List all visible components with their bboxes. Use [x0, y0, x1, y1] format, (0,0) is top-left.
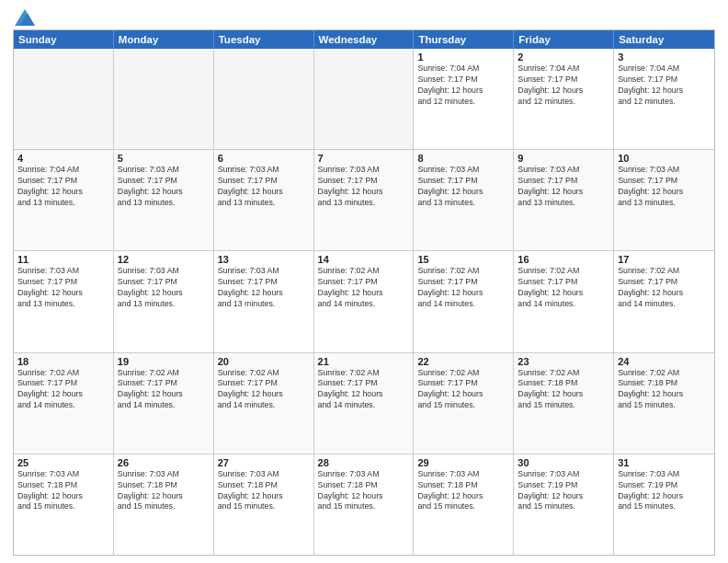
- calendar-cell: 25Sunrise: 7:03 AM Sunset: 7:18 PM Dayli…: [14, 454, 114, 555]
- day-number: 10: [618, 153, 711, 164]
- day-number: 30: [518, 457, 609, 468]
- calendar-cell: [214, 49, 314, 149]
- cell-info: Sunrise: 7:02 AM Sunset: 7:18 PM Dayligh…: [618, 368, 711, 412]
- day-number: 15: [417, 254, 509, 265]
- day-number: 13: [218, 254, 310, 265]
- calendar-header: SundayMondayTuesdayWednesdayThursdayFrid…: [14, 30, 714, 49]
- calendar-cell: 8Sunrise: 7:03 AM Sunset: 7:17 PM Daylig…: [414, 150, 514, 250]
- logo-icon: [15, 9, 35, 26]
- calendar-row-4: 18Sunrise: 7:02 AM Sunset: 7:17 PM Dayli…: [14, 352, 714, 454]
- calendar-cell: 16Sunrise: 7:02 AM Sunset: 7:17 PM Dayli…: [514, 251, 614, 351]
- calendar-cell: 3Sunrise: 7:04 AM Sunset: 7:17 PM Daylig…: [614, 49, 714, 149]
- cell-info: Sunrise: 7:03 AM Sunset: 7:19 PM Dayligh…: [518, 469, 609, 513]
- calendar-cell: 17Sunrise: 7:02 AM Sunset: 7:17 PM Dayli…: [614, 251, 714, 351]
- day-number: 12: [118, 254, 210, 265]
- header-day-friday: Friday: [514, 30, 614, 49]
- calendar-row-5: 25Sunrise: 7:03 AM Sunset: 7:18 PM Dayli…: [14, 454, 714, 555]
- header-day-sunday: Sunday: [14, 30, 114, 49]
- calendar-body: 1Sunrise: 7:04 AM Sunset: 7:17 PM Daylig…: [14, 49, 714, 555]
- calendar-cell: [114, 49, 214, 149]
- day-number: 16: [518, 254, 609, 265]
- cell-info: Sunrise: 7:02 AM Sunset: 7:17 PM Dayligh…: [318, 368, 410, 412]
- calendar-cell: 23Sunrise: 7:02 AM Sunset: 7:18 PM Dayli…: [514, 353, 614, 454]
- header-day-tuesday: Tuesday: [214, 30, 314, 49]
- day-number: 7: [318, 153, 410, 164]
- cell-info: Sunrise: 7:02 AM Sunset: 7:18 PM Dayligh…: [518, 368, 609, 412]
- header: [13, 9, 715, 24]
- calendar-cell: 5Sunrise: 7:03 AM Sunset: 7:17 PM Daylig…: [114, 150, 214, 250]
- calendar-row-3: 11Sunrise: 7:03 AM Sunset: 7:17 PM Dayli…: [14, 250, 714, 351]
- day-number: 27: [218, 457, 310, 468]
- day-number: 11: [17, 254, 109, 265]
- day-number: 5: [118, 153, 210, 164]
- cell-info: Sunrise: 7:03 AM Sunset: 7:18 PM Dayligh…: [17, 469, 109, 513]
- calendar-cell: 2Sunrise: 7:04 AM Sunset: 7:17 PM Daylig…: [514, 49, 614, 149]
- day-number: 25: [17, 457, 109, 468]
- cell-info: Sunrise: 7:03 AM Sunset: 7:18 PM Dayligh…: [218, 469, 310, 513]
- calendar-cell: 29Sunrise: 7:03 AM Sunset: 7:18 PM Dayli…: [414, 454, 514, 555]
- cell-info: Sunrise: 7:04 AM Sunset: 7:17 PM Dayligh…: [518, 63, 609, 108]
- calendar-row-1: 1Sunrise: 7:04 AM Sunset: 7:17 PM Daylig…: [14, 49, 714, 149]
- calendar: SundayMondayTuesdayWednesdayThursdayFrid…: [13, 29, 715, 556]
- cell-info: Sunrise: 7:02 AM Sunset: 7:17 PM Dayligh…: [17, 368, 109, 412]
- day-number: 17: [618, 254, 711, 265]
- day-number: 9: [518, 153, 609, 164]
- cell-info: Sunrise: 7:03 AM Sunset: 7:18 PM Dayligh…: [118, 469, 210, 513]
- calendar-cell: [314, 49, 415, 149]
- day-number: 20: [218, 356, 310, 367]
- cell-info: Sunrise: 7:03 AM Sunset: 7:17 PM Dayligh…: [118, 165, 210, 209]
- cell-info: Sunrise: 7:03 AM Sunset: 7:18 PM Dayligh…: [417, 469, 509, 513]
- calendar-cell: 22Sunrise: 7:02 AM Sunset: 7:17 PM Dayli…: [414, 353, 514, 454]
- cell-info: Sunrise: 7:04 AM Sunset: 7:17 PM Dayligh…: [618, 63, 711, 108]
- cell-info: Sunrise: 7:03 AM Sunset: 7:17 PM Dayligh…: [218, 266, 310, 310]
- calendar-cell: 9Sunrise: 7:03 AM Sunset: 7:17 PM Daylig…: [514, 150, 614, 250]
- cell-info: Sunrise: 7:02 AM Sunset: 7:17 PM Dayligh…: [618, 266, 711, 310]
- calendar-cell: 19Sunrise: 7:02 AM Sunset: 7:17 PM Dayli…: [114, 353, 214, 454]
- page: SundayMondayTuesdayWednesdayThursdayFrid…: [0, 0, 728, 563]
- calendar-cell: 20Sunrise: 7:02 AM Sunset: 7:17 PM Dayli…: [214, 353, 314, 454]
- day-number: 18: [17, 356, 109, 367]
- cell-info: Sunrise: 7:02 AM Sunset: 7:17 PM Dayligh…: [118, 368, 210, 412]
- day-number: 8: [417, 153, 509, 164]
- day-number: 26: [118, 457, 210, 468]
- day-number: 31: [618, 457, 711, 468]
- cell-info: Sunrise: 7:04 AM Sunset: 7:17 PM Dayligh…: [417, 63, 509, 108]
- header-day-monday: Monday: [114, 30, 214, 49]
- calendar-cell: 4Sunrise: 7:04 AM Sunset: 7:17 PM Daylig…: [14, 150, 114, 250]
- cell-info: Sunrise: 7:03 AM Sunset: 7:17 PM Dayligh…: [218, 165, 310, 209]
- calendar-cell: 24Sunrise: 7:02 AM Sunset: 7:18 PM Dayli…: [614, 353, 714, 454]
- calendar-cell: 1Sunrise: 7:04 AM Sunset: 7:17 PM Daylig…: [414, 49, 514, 149]
- calendar-cell: 10Sunrise: 7:03 AM Sunset: 7:17 PM Dayli…: [614, 150, 714, 250]
- day-number: 28: [318, 457, 410, 468]
- day-number: 21: [318, 356, 410, 367]
- day-number: 23: [518, 356, 609, 367]
- cell-info: Sunrise: 7:03 AM Sunset: 7:17 PM Dayligh…: [318, 165, 410, 209]
- calendar-cell: 15Sunrise: 7:02 AM Sunset: 7:17 PM Dayli…: [414, 251, 514, 351]
- calendar-cell: 27Sunrise: 7:03 AM Sunset: 7:18 PM Dayli…: [214, 454, 314, 555]
- calendar-cell: 6Sunrise: 7:03 AM Sunset: 7:17 PM Daylig…: [214, 150, 314, 250]
- calendar-cell: 14Sunrise: 7:02 AM Sunset: 7:17 PM Dayli…: [314, 251, 415, 351]
- cell-info: Sunrise: 7:03 AM Sunset: 7:17 PM Dayligh…: [518, 165, 609, 209]
- cell-info: Sunrise: 7:02 AM Sunset: 7:17 PM Dayligh…: [318, 266, 410, 310]
- cell-info: Sunrise: 7:04 AM Sunset: 7:17 PM Dayligh…: [17, 165, 109, 209]
- calendar-cell: 21Sunrise: 7:02 AM Sunset: 7:17 PM Dayli…: [314, 353, 415, 454]
- calendar-row-2: 4Sunrise: 7:04 AM Sunset: 7:17 PM Daylig…: [14, 149, 714, 250]
- calendar-cell: 26Sunrise: 7:03 AM Sunset: 7:18 PM Dayli…: [114, 454, 214, 555]
- day-number: 4: [17, 153, 109, 164]
- day-number: 14: [318, 254, 410, 265]
- cell-info: Sunrise: 7:03 AM Sunset: 7:17 PM Dayligh…: [618, 165, 711, 209]
- day-number: 19: [118, 356, 210, 367]
- cell-info: Sunrise: 7:02 AM Sunset: 7:17 PM Dayligh…: [518, 266, 609, 310]
- header-day-saturday: Saturday: [614, 30, 714, 49]
- calendar-cell: 13Sunrise: 7:03 AM Sunset: 7:17 PM Dayli…: [214, 251, 314, 351]
- day-number: 1: [417, 52, 509, 63]
- calendar-cell: [14, 49, 114, 149]
- calendar-cell: 30Sunrise: 7:03 AM Sunset: 7:19 PM Dayli…: [514, 454, 614, 555]
- cell-info: Sunrise: 7:03 AM Sunset: 7:18 PM Dayligh…: [318, 469, 410, 513]
- cell-info: Sunrise: 7:02 AM Sunset: 7:17 PM Dayligh…: [218, 368, 310, 412]
- cell-info: Sunrise: 7:03 AM Sunset: 7:17 PM Dayligh…: [17, 266, 109, 310]
- day-number: 6: [218, 153, 310, 164]
- calendar-cell: 7Sunrise: 7:03 AM Sunset: 7:17 PM Daylig…: [314, 150, 415, 250]
- calendar-cell: 11Sunrise: 7:03 AM Sunset: 7:17 PM Dayli…: [14, 251, 114, 351]
- header-day-wednesday: Wednesday: [314, 30, 415, 49]
